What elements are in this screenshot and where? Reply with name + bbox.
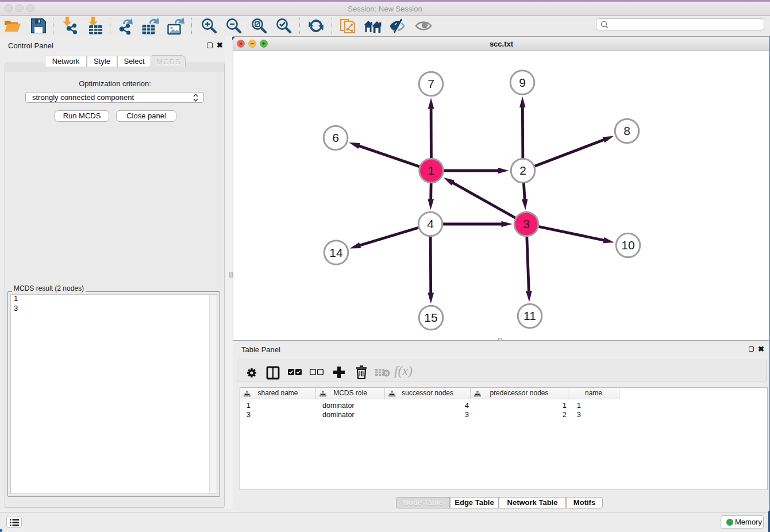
svg-text:15: 15: [424, 311, 437, 324]
svg-text:11: 11: [523, 309, 536, 322]
svg-text:6: 6: [332, 131, 339, 144]
svg-text:14: 14: [329, 246, 343, 259]
svg-text:4: 4: [427, 217, 434, 230]
svg-text:9: 9: [519, 76, 526, 89]
svg-text:7: 7: [428, 77, 434, 90]
svg-text:8: 8: [623, 124, 630, 137]
svg-text:1: 1: [428, 164, 435, 177]
svg-text:2: 2: [519, 164, 526, 177]
svg-text:3: 3: [523, 217, 530, 230]
svg-text:10: 10: [621, 238, 634, 252]
